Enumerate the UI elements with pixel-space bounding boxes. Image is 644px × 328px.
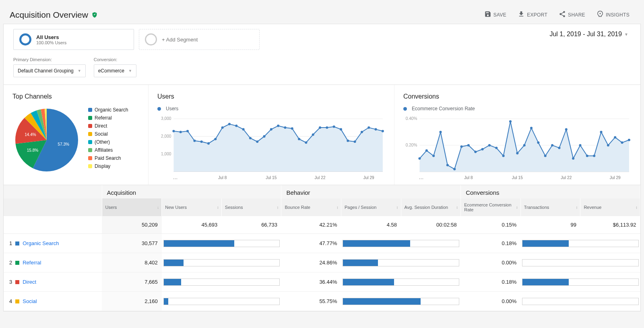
toolbar: SAVE EXPORT SHARE INSIGHTS: [479, 7, 634, 22]
col-ecr[interactable]: Ecommerce Conversion Rate↕: [461, 198, 521, 216]
svg-text:Jul 22: Jul 22: [561, 175, 572, 180]
svg-point-62: [488, 144, 491, 146]
row-swatch-icon: [15, 241, 19, 245]
col-bounce[interactable]: Bounce Rate↕: [281, 198, 341, 216]
col-pps[interactable]: Pages / Session↕: [341, 198, 401, 216]
col-trans[interactable]: Transactions↕: [520, 198, 580, 216]
svg-point-69: [537, 141, 539, 144]
legend-swatch-icon: [88, 140, 92, 144]
legend-label: Display: [95, 163, 110, 169]
row-channel-link[interactable]: Direct: [23, 279, 36, 285]
svg-point-37: [354, 140, 356, 143]
save-button[interactable]: SAVE: [479, 7, 511, 22]
svg-point-16: [207, 142, 210, 144]
legend-item[interactable]: (Other): [88, 138, 128, 146]
svg-text:Jul 15: Jul 15: [266, 175, 277, 180]
row-channel-link[interactable]: Referral: [23, 260, 41, 266]
col-group-conversions: Conversions: [461, 185, 640, 198]
legend-swatch-icon: [88, 132, 92, 136]
svg-point-80: [614, 136, 616, 138]
legend-label: Direct: [95, 123, 107, 129]
svg-point-65: [509, 120, 512, 123]
date-range-picker[interactable]: Jul 1, 2019 - Jul 31, 2019 ▼: [547, 24, 631, 44]
legend-swatch-icon: [88, 164, 92, 168]
svg-point-56: [446, 164, 449, 166]
col-sessions[interactable]: Sessions↕: [221, 198, 281, 216]
svg-point-21: [242, 128, 245, 130]
svg-point-27: [284, 126, 286, 129]
svg-text:57.3%: 57.3%: [58, 142, 69, 146]
share-icon: [559, 10, 566, 19]
verified-shield-icon: [91, 12, 98, 18]
svg-point-73: [565, 128, 568, 130]
svg-text:Jul 15: Jul 15: [512, 175, 523, 180]
svg-text:14.4%: 14.4%: [25, 132, 36, 137]
conversions-panel: Conversions Ecommerce Conversion Rate 0.…: [394, 85, 640, 185]
segment-circle-empty-icon: [145, 33, 157, 45]
add-segment-button[interactable]: + Add Segment: [139, 29, 260, 50]
export-button[interactable]: EXPORT: [513, 7, 552, 22]
col-new-users[interactable]: New Users↕: [162, 198, 222, 216]
svg-point-0: [599, 13, 601, 14]
caret-down-icon: ▼: [78, 69, 81, 73]
top-channels-legend: Organic SearchReferralDirectSocial(Other…: [88, 106, 128, 170]
col-rev[interactable]: Revenue↕: [580, 198, 640, 216]
bar: [522, 259, 638, 266]
segment-subtitle: 100.00% Users: [36, 40, 66, 45]
row-channel-link[interactable]: Social: [23, 298, 37, 304]
svg-point-40: [375, 128, 377, 130]
legend-item[interactable]: Paid Search: [88, 154, 128, 162]
bar: [163, 278, 280, 286]
conversions-legend: Ecommerce Conversion Rate: [403, 106, 632, 111]
primary-dimension-dropdown[interactable]: Default Channel Grouping ▼: [13, 64, 86, 77]
legend-item[interactable]: Social: [88, 130, 128, 138]
legend-label: (Other): [95, 139, 110, 145]
row-channel-link[interactable]: Organic Search: [23, 240, 59, 246]
conversion-dropdown[interactable]: eCommerce ▼: [94, 64, 136, 77]
save-icon: [484, 10, 491, 19]
svg-text:1,000: 1,000: [161, 152, 171, 156]
segment-all-users[interactable]: All Users 100.00% Users: [13, 29, 134, 50]
svg-point-72: [558, 146, 560, 149]
legend-label: Social: [95, 131, 108, 137]
svg-point-26: [277, 125, 279, 127]
svg-point-29: [298, 138, 300, 140]
svg-point-34: [333, 126, 335, 128]
svg-point-64: [502, 155, 505, 157]
svg-point-58: [460, 145, 463, 148]
svg-point-81: [621, 141, 623, 144]
legend-item[interactable]: Display: [88, 162, 128, 170]
col-users[interactable]: Users↓: [102, 198, 162, 216]
legend-item[interactable]: Organic Search: [88, 106, 128, 114]
svg-point-79: [607, 144, 609, 146]
legend-item[interactable]: Affiliates: [88, 146, 128, 154]
legend-swatch-icon: [88, 116, 92, 120]
svg-text:Jul 29: Jul 29: [363, 175, 374, 180]
row-swatch-icon: [15, 280, 19, 284]
svg-point-55: [440, 131, 442, 133]
share-button[interactable]: SHARE: [554, 7, 590, 22]
svg-point-54: [432, 155, 435, 157]
bar: [163, 240, 280, 247]
col-blank[interactable]: [4, 198, 102, 216]
svg-text:3,000: 3,000: [161, 116, 171, 121]
row-index: 4: [9, 298, 12, 304]
svg-point-57: [453, 168, 456, 170]
row-swatch-icon: [15, 299, 19, 303]
segment-name: All Users: [36, 34, 66, 40]
conversions-title: Conversions: [403, 93, 632, 100]
top-channels-pie: 57.3%15.8%14.4%: [12, 106, 81, 174]
date-range-label: Jul 1, 2019 - Jul 31, 2019: [549, 31, 622, 38]
share-label: SHARE: [568, 12, 585, 18]
insights-label: INSIGHTS: [606, 12, 630, 18]
col-dur[interactable]: Avg. Session Duration↕: [401, 198, 461, 216]
top-channels-title: Top Channels: [12, 93, 139, 100]
page-title: Acquisition Overview: [10, 10, 88, 20]
legend-item[interactable]: Direct: [88, 122, 128, 130]
conversions-chart: 0.20%0.40%…Jul 8Jul 15Jul 22Jul 29: [403, 116, 632, 180]
insights-button[interactable]: INSIGHTS: [592, 7, 634, 22]
legend-item[interactable]: Referral: [88, 114, 128, 122]
svg-point-12: [180, 131, 182, 133]
primary-dimension-value: Default Channel Grouping: [18, 68, 74, 74]
row-index: 3: [9, 279, 12, 285]
